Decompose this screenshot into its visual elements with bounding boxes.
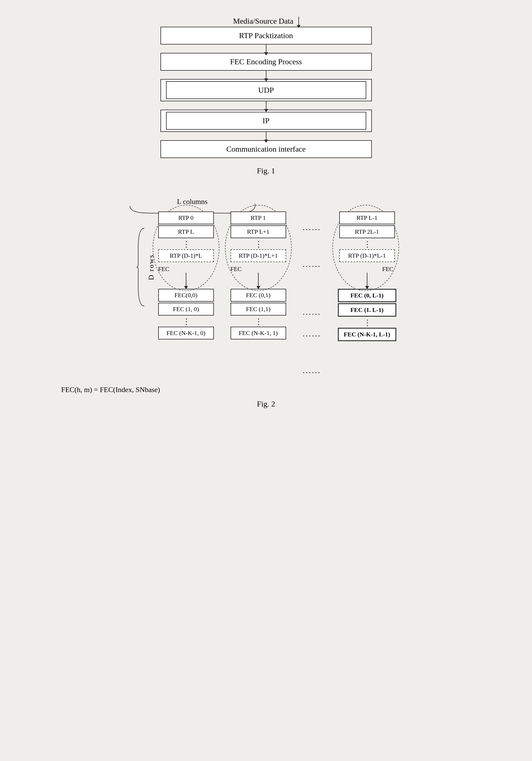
rtpDLL-box: RTP (D-1)*L-1 bbox=[339, 249, 395, 262]
colL-dots-v1: ⋮ bbox=[363, 240, 371, 248]
fig1-diagram: Media/Source Data RTP Packtization FEC E… bbox=[160, 17, 372, 158]
ip-inner-box: IP bbox=[166, 112, 366, 130]
col-dots-group: ······ ······ ······ ······ ······ bbox=[303, 225, 321, 377]
fig2-label: Fig. 2 bbox=[257, 400, 275, 408]
colL: RTP L-1 RTP 2L-1 ⋮ RTP (D-1)*L-1 FEC bbox=[338, 209, 396, 342]
top-h-dots: ······ bbox=[303, 225, 321, 234]
arrow1 bbox=[266, 44, 266, 53]
arrow3 bbox=[266, 101, 266, 110]
colL-dots-v2: ⋮ bbox=[363, 319, 371, 327]
rtp2L1-box: RTP 2L-1 bbox=[339, 225, 395, 238]
fec10-box: FEC (1, 0) bbox=[158, 303, 214, 316]
col0: RTP 0 RTP L ⋮ RTP (D-1)*L FEC bbox=[158, 209, 214, 341]
fec11-box: FEC (1,1) bbox=[231, 303, 286, 316]
rtpDL1-box: RTP (D-1)*L+1 bbox=[231, 249, 286, 262]
fig1-label: Fig. 1 bbox=[257, 166, 275, 175]
page: Media/Source Data RTP Packtization FEC E… bbox=[0, 0, 532, 761]
fig2-equation: FEC(h, m) = FEC(Index, SNbase) bbox=[61, 386, 160, 394]
rtpDL-box: RTP (D-1)*L bbox=[158, 249, 214, 262]
fig2-container: L columns D rows bbox=[0, 198, 532, 408]
columns-wrapper: RTP 0 RTP L ⋮ RTP (D-1)*L FEC bbox=[158, 209, 396, 377]
fecNK1-box: FEC (N-K-1, 1) bbox=[231, 327, 286, 339]
rtpL1-box: RTP L+1 bbox=[231, 225, 286, 238]
col0-dots-v1: ⋮ bbox=[183, 240, 190, 248]
fecNKL-box: FEC (N-K-1, L-1) bbox=[338, 328, 396, 341]
media-source-arrow bbox=[298, 17, 299, 26]
rtpL-box: RTP L bbox=[158, 225, 214, 238]
rtp-packtization-box: RTP Packtization bbox=[160, 27, 372, 44]
col1-dots-v2: ⋮ bbox=[255, 318, 262, 325]
rtp0-box: RTP 0 bbox=[158, 211, 214, 224]
udp-outer-box: UDP bbox=[160, 79, 372, 101]
arrow4 bbox=[266, 132, 266, 140]
rtpL1-last-box: RTP L-1 bbox=[339, 211, 395, 224]
fecNK0-box: FEC (N-K-1, 0) bbox=[158, 327, 214, 339]
fec-h-dots1: ······ bbox=[303, 310, 321, 319]
mid-h-dots: ······ bbox=[303, 262, 321, 271]
col1: RTP 1 RTP L+1 ⋮ RTP (D-1)*L+1 FEC bbox=[231, 209, 286, 341]
rtp1-box: RTP 1 bbox=[231, 211, 286, 224]
d-rows-brace-svg bbox=[136, 225, 146, 309]
comm-interface-box: Communication interface bbox=[160, 140, 372, 158]
fig2-main-row: D rows RTP 0 RTP L ⋮ RTP (D-1)*L bbox=[136, 209, 396, 377]
fec-h-dots3: ······ bbox=[303, 368, 321, 377]
media-source-row: Media/Source Data bbox=[233, 17, 299, 26]
col0-dots-v2: ⋮ bbox=[183, 318, 190, 325]
ip-outer-box: IP bbox=[160, 110, 372, 132]
udp-inner-box: UDP bbox=[166, 81, 366, 99]
fec1L-box: FEC (1. L-1) bbox=[338, 303, 396, 317]
d-rows-brace-group: D rows bbox=[136, 225, 155, 309]
fec-h-dots2: ······ bbox=[303, 332, 321, 341]
col1-dots-v1: ⋮ bbox=[255, 240, 262, 248]
fig1-container: Media/Source Data RTP Packtization FEC E… bbox=[0, 17, 532, 175]
arrow2 bbox=[266, 71, 266, 79]
media-source-label: Media/Source Data bbox=[233, 17, 293, 26]
fec-encoding-box: FEC Encoding Process bbox=[160, 53, 372, 71]
